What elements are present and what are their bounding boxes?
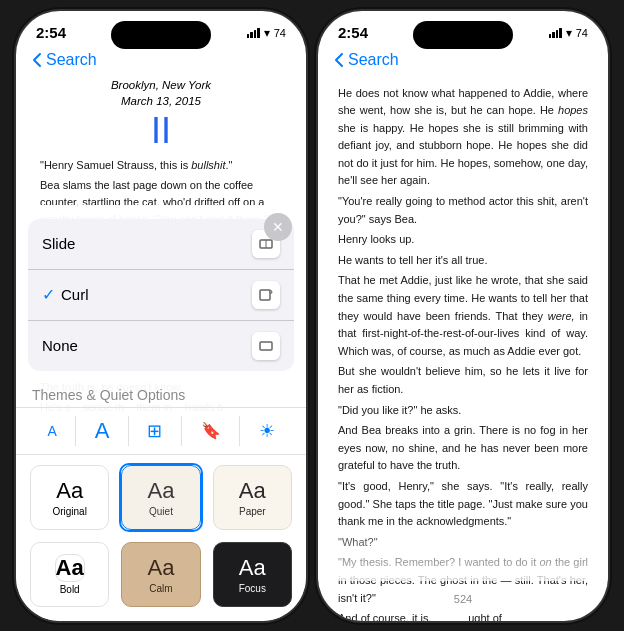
- book-content-right: He does not know what happened to Addie,…: [318, 77, 608, 621]
- curl-icon: [252, 281, 280, 309]
- theme-calm-label: Calm: [149, 583, 172, 594]
- theme-paper-aa: Aa: [239, 478, 266, 504]
- back-button-right[interactable]: Search: [334, 51, 399, 69]
- divider-3: [181, 416, 182, 446]
- signal-icon: [247, 27, 260, 38]
- theme-calm[interactable]: Aa Calm: [119, 540, 202, 609]
- transition-curl[interactable]: ✓ Curl: [28, 270, 294, 321]
- divider-4: [239, 416, 240, 446]
- wifi-icon-right: ▾: [566, 26, 572, 40]
- nav-bar-left: Search: [16, 47, 306, 77]
- book-location: Brooklyn, New YorkMarch 13, 2015: [40, 77, 282, 109]
- none-label: None: [42, 337, 78, 354]
- dynamic-island: [111, 21, 211, 49]
- book-view-button[interactable]: ⊞: [135, 416, 174, 446]
- theme-bold-aa: Aa: [55, 554, 85, 582]
- left-phone: 2:54 ▾ 74 Search: [16, 11, 306, 621]
- svg-rect-2: [260, 290, 270, 300]
- right-para-4: He wants to tell her it's all true.: [338, 252, 588, 270]
- theme-focus[interactable]: Aa Focus: [211, 540, 294, 609]
- page-number: 524: [318, 589, 608, 609]
- transition-options: Slide ✓ Curl: [28, 219, 294, 371]
- dynamic-island-right: [413, 21, 513, 49]
- check-icon: ✓: [42, 285, 55, 304]
- time-right: 2:54: [338, 24, 368, 41]
- right-para-7: "Did you like it?" he asks.: [338, 402, 588, 420]
- theme-quiet-label: Quiet: [149, 506, 173, 517]
- quiet-options-text: Quiet Options: [100, 387, 186, 403]
- right-para-2: "You're really going to method actor thi…: [338, 193, 588, 228]
- right-para-8: And Bea breaks into a grin. There is no …: [338, 422, 588, 475]
- close-button[interactable]: ✕: [264, 213, 292, 241]
- transition-none[interactable]: None: [28, 321, 294, 371]
- font-controls: A A ⊞ 🔖 ☀: [16, 407, 306, 455]
- back-label-left: Search: [46, 51, 97, 69]
- themes-header-text: Themes &: [32, 387, 100, 403]
- theme-bold[interactable]: Aa Bold: [28, 540, 111, 609]
- right-para-3: Henry looks up.: [338, 231, 588, 249]
- transition-slide[interactable]: Slide: [28, 219, 294, 270]
- svg-rect-3: [260, 342, 272, 350]
- right-para-6: But she wouldn't believe him, so he lets…: [338, 363, 588, 398]
- theme-original-aa: Aa: [56, 478, 83, 504]
- themes-header: Themes & Quiet Options: [16, 379, 306, 407]
- phones-container: 2:54 ▾ 74 Search: [6, 1, 618, 631]
- theme-original-label: Original: [52, 506, 86, 517]
- para-1: "Henry Samuel Strauss, this is bullshit.…: [40, 157, 282, 174]
- curl-label: Curl: [61, 286, 89, 303]
- theme-quiet-aa: Aa: [148, 478, 175, 504]
- font-increase-button[interactable]: A: [83, 414, 122, 448]
- back-label-right: Search: [348, 51, 399, 69]
- right-para-5: That he met Addie, just like he wrote, t…: [338, 272, 588, 360]
- time-left: 2:54: [36, 24, 66, 41]
- bookmark-button[interactable]: 🔖: [189, 417, 233, 444]
- wifi-icon: ▾: [264, 26, 270, 40]
- theme-original[interactable]: Aa Original: [28, 463, 111, 532]
- right-para-1: He does not know what happened to Addie,…: [338, 85, 588, 191]
- theme-bold-label: Bold: [60, 584, 80, 595]
- slide-label: Slide: [42, 235, 75, 252]
- brightness-button[interactable]: ☀: [247, 416, 287, 446]
- battery-level-right: 74: [576, 27, 588, 39]
- font-decrease-button[interactable]: A: [35, 419, 68, 443]
- chapter-number: II: [40, 113, 282, 149]
- theme-calm-aa: Aa: [148, 555, 175, 581]
- theme-quiet[interactable]: Aa Quiet: [119, 463, 202, 532]
- signal-icon-right: [549, 27, 562, 38]
- right-para-12: And of course, it is. ught of: [338, 610, 588, 620]
- status-icons-left: ▾ 74: [247, 26, 286, 40]
- overlay-panel: ✕ Slide ✓ Curl: [16, 205, 306, 621]
- battery-level: 74: [274, 27, 286, 39]
- right-phone: 2:54 ▾ 74 Search He: [318, 11, 608, 621]
- status-icons-right: ▾ 74: [549, 26, 588, 40]
- theme-focus-aa: Aa: [239, 555, 266, 581]
- none-icon: [252, 332, 280, 360]
- back-button-left[interactable]: Search: [32, 51, 97, 69]
- right-para-9: "It's good, Henry," she says. "It's real…: [338, 478, 588, 531]
- theme-paper-label: Paper: [239, 506, 266, 517]
- theme-grid: Aa Original Aa Quiet Aa Paper: [16, 455, 306, 621]
- divider-1: [75, 416, 76, 446]
- nav-bar-right: Search: [318, 47, 608, 77]
- book-header: Brooklyn, New YorkMarch 13, 2015 II: [40, 77, 282, 149]
- theme-paper[interactable]: Aa Paper: [211, 463, 294, 532]
- theme-focus-label: Focus: [239, 583, 266, 594]
- divider-2: [128, 416, 129, 446]
- right-para-10: "What?": [338, 534, 588, 552]
